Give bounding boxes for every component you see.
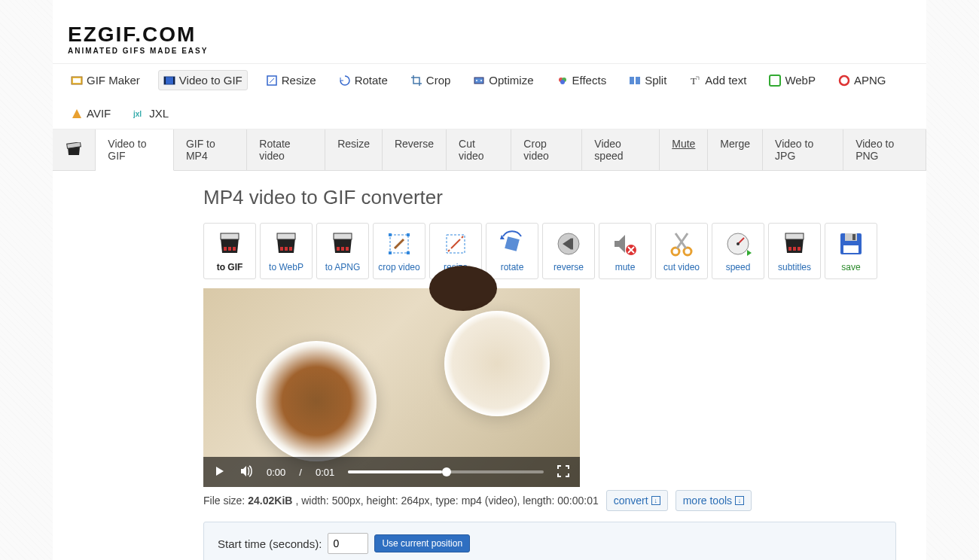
tool-to-webp[interactable]: to WebP xyxy=(260,223,313,279)
main-nav-effects[interactable]: Effects xyxy=(552,70,611,90)
tool-label: crop video xyxy=(378,262,419,272)
svg-rect-55 xyxy=(788,247,791,251)
svg-point-51 xyxy=(737,242,740,245)
video-preview[interactable]: 0:00 / 0:01 xyxy=(203,288,580,487)
crop-icon xyxy=(410,75,422,87)
more-tools-button[interactable]: more tools ↓ xyxy=(676,490,752,511)
tool-reverse[interactable]: reverse xyxy=(542,223,595,279)
tool-cut-video[interactable]: cut video xyxy=(655,223,708,279)
main-nav-add-text[interactable]: TAdd text xyxy=(685,70,751,90)
tool-icon xyxy=(668,230,695,257)
nav-label: Crop xyxy=(426,74,451,87)
sub-nav-crop-video[interactable]: Crop video xyxy=(511,129,582,170)
sub-nav-rotate-video[interactable]: Rotate video xyxy=(247,129,325,170)
main-nav-avif[interactable]: AVIF xyxy=(66,104,115,123)
svg-rect-33 xyxy=(337,247,340,251)
svg-point-48 xyxy=(672,248,679,255)
tool-icon xyxy=(611,230,639,257)
apng-icon xyxy=(838,75,850,87)
tool-speed[interactable]: speed xyxy=(712,223,764,279)
tool-save[interactable]: save xyxy=(825,223,877,279)
svg-marker-52 xyxy=(747,250,752,256)
volume-icon[interactable] xyxy=(239,464,253,480)
svg-rect-32 xyxy=(334,233,352,239)
svg-rect-30 xyxy=(289,247,292,251)
main-nav-rotate[interactable]: Rotate xyxy=(334,70,392,90)
svg-marker-17 xyxy=(72,109,81,118)
convert-button[interactable]: convert ↓ xyxy=(606,490,668,511)
fullscreen-icon[interactable] xyxy=(557,465,569,479)
svg-rect-54 xyxy=(785,233,804,239)
tool-to-apng[interactable]: to APNG xyxy=(316,223,369,279)
tool-icon xyxy=(216,230,243,257)
convert-label: convert xyxy=(614,495,648,507)
main-nav-webp[interactable]: WebP xyxy=(764,70,820,90)
svg-rect-57 xyxy=(798,247,801,251)
tool-crop-video[interactable]: crop video xyxy=(373,223,425,279)
main-nav-crop[interactable]: Crop xyxy=(406,70,456,90)
sub-nav-cut-video[interactable]: Cut video xyxy=(447,129,511,170)
svg-rect-25 xyxy=(233,247,236,251)
svg-point-11 xyxy=(560,80,565,84)
tool-label: to WebP xyxy=(269,262,303,272)
svg-text:T: T xyxy=(691,75,697,87)
svg-point-16 xyxy=(840,76,849,85)
svg-point-7 xyxy=(476,80,477,81)
main-nav-gif-maker[interactable]: GIF Maker xyxy=(66,70,145,90)
tool-rotate[interactable]: rotate xyxy=(486,223,538,279)
logo-subtitle: ANIMATED GIFS MADE EASY xyxy=(68,47,208,55)
tool-label: save xyxy=(841,262,860,272)
tool-icon xyxy=(555,230,582,257)
svg-rect-24 xyxy=(228,247,231,251)
info-rest: , width: 500px, height: 264px, type: mp4… xyxy=(295,495,598,507)
main-nav-apng[interactable]: APNG xyxy=(834,70,891,90)
tool-subtitles[interactable]: subtitles xyxy=(768,223,821,279)
tool-mute[interactable]: mute xyxy=(599,223,651,279)
sub-nav-mute[interactable]: Mute xyxy=(660,129,708,170)
sub-nav-video-to-jpg[interactable]: Video to JPG xyxy=(763,129,843,170)
sub-nav-reverse[interactable]: Reverse xyxy=(383,129,447,170)
svg-rect-1 xyxy=(73,78,81,83)
resize-icon xyxy=(266,75,278,87)
tool-label: speed xyxy=(726,262,751,272)
tool-label: to APNG xyxy=(325,262,361,272)
chevron-down-icon: ↓ xyxy=(735,496,744,505)
sub-nav-video-speed[interactable]: Video speed xyxy=(582,129,660,170)
sub-nav-home[interactable] xyxy=(53,129,96,170)
chevron-down-icon: ↓ xyxy=(651,496,660,505)
svg-rect-56 xyxy=(793,247,796,251)
logo-text: EZGIF.COM xyxy=(68,23,208,47)
tool-label: to GIF xyxy=(217,262,243,272)
start-time-input[interactable] xyxy=(328,533,368,554)
sub-nav-video-to-png[interactable]: Video to PNG xyxy=(843,129,926,170)
sub-nav-merge[interactable]: Merge xyxy=(708,129,763,170)
site-logo[interactable]: EZGIF.COM ANIMATED GIFS MADE EASY xyxy=(68,23,208,55)
svg-rect-12 xyxy=(630,77,634,84)
gifmaker-icon xyxy=(71,75,83,87)
main-nav-video-to-gif[interactable]: Video to GIF xyxy=(158,70,248,90)
main-nav-jxl[interactable]: jxlJXL xyxy=(129,104,173,123)
play-icon[interactable] xyxy=(214,465,226,479)
sub-nav-gif-to-mp4[interactable]: GIF to MP4 xyxy=(174,129,247,170)
tool-label: reverse xyxy=(554,262,584,272)
avif-icon xyxy=(71,108,83,120)
main-nav-resize[interactable]: Resize xyxy=(261,70,321,90)
split-icon xyxy=(629,75,641,87)
progress-bar[interactable] xyxy=(348,470,544,473)
svg-text:jxl: jxl xyxy=(133,110,142,118)
main-nav-optimize[interactable]: Optimize xyxy=(468,70,538,90)
info-prefix: File size: xyxy=(203,495,245,507)
svg-rect-38 xyxy=(407,233,410,236)
main-nav-split[interactable]: Split xyxy=(624,70,671,90)
nav-label: Effects xyxy=(572,74,607,87)
tool-label: mute xyxy=(615,262,636,272)
svg-rect-42 xyxy=(505,236,520,251)
svg-rect-34 xyxy=(341,247,344,251)
video-icon xyxy=(163,75,175,87)
rotate-icon xyxy=(339,75,351,87)
nav-label: GIF Maker xyxy=(87,74,140,87)
use-current-start-button[interactable]: Use current position xyxy=(374,534,470,552)
sub-nav-video-to-gif[interactable]: Video to GIF xyxy=(96,129,174,171)
tool-to-gif[interactable]: to GIF xyxy=(203,223,256,279)
sub-nav-resize[interactable]: Resize xyxy=(325,129,383,170)
